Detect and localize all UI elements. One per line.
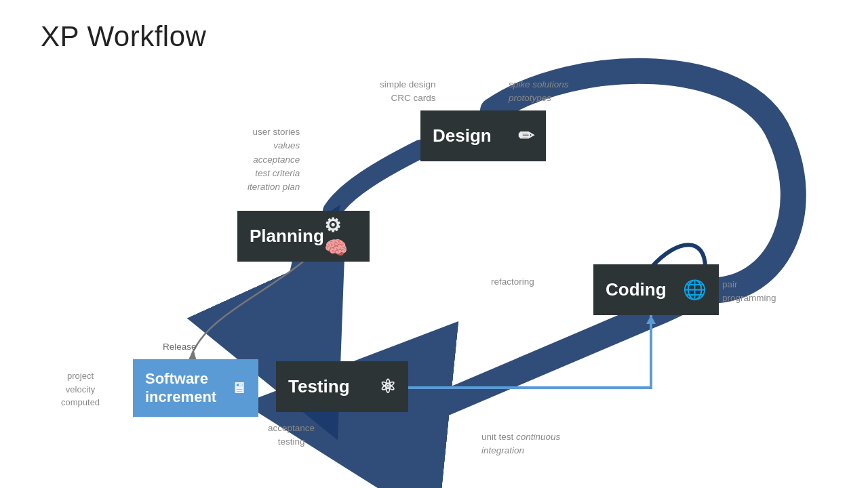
- label-unittest: unit test continuousintegration: [481, 430, 560, 458]
- diagram-svg: [0, 0, 868, 488]
- label-acceptance: acceptancetesting: [268, 422, 315, 449]
- testing-icon: ⚛: [379, 375, 396, 398]
- testing-box: Testing ⚛: [276, 361, 408, 412]
- label-refactoring: refactoring: [491, 275, 534, 289]
- label-release: Release: [163, 340, 197, 354]
- page-title: XP Workflow: [41, 20, 206, 53]
- increment-icon: 🖥: [231, 380, 246, 397]
- planning-icon: ⚙🧠: [324, 214, 357, 259]
- coding-label: Coding: [606, 279, 667, 300]
- planning-box: Planning ⚙🧠: [237, 211, 370, 262]
- label-velocity: projectvelocitycomputed: [61, 369, 100, 409]
- design-box: Design ✏: [420, 110, 546, 161]
- testing-label: Testing: [288, 376, 350, 397]
- label-planning: user storiesvaluesacceptancetest criteri…: [248, 125, 300, 194]
- label-design-left: simple designCRC cards: [380, 78, 436, 106]
- label-design-right: spike solutionsprototypes: [509, 78, 569, 106]
- svg-marker-2: [646, 315, 656, 324]
- design-icon: ✏: [518, 125, 534, 147]
- planning-label: Planning: [250, 226, 324, 247]
- increment-box: Softwareincrement 🖥: [133, 359, 258, 417]
- design-label: Design: [433, 125, 492, 146]
- coding-box: Coding 🌐: [593, 264, 719, 315]
- coding-icon: 🌐: [683, 279, 707, 301]
- label-pair: pairprogramming: [722, 278, 776, 306]
- increment-label: Softwareincrement: [145, 370, 216, 406]
